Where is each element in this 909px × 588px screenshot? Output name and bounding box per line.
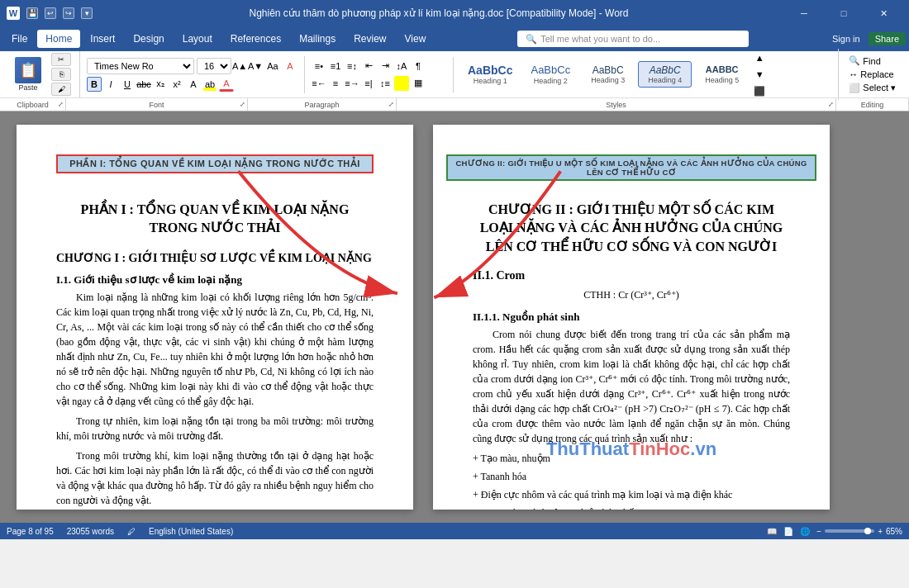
customize-button[interactable]: ▾ xyxy=(81,7,93,19)
cut-button[interactable]: ✂ xyxy=(51,53,71,66)
copy-button[interactable]: ⎘ xyxy=(51,68,71,81)
clipboard-label[interactable]: Clipboard ⤢ xyxy=(0,98,66,111)
style-heading5[interactable]: AABBC Heading 5 xyxy=(695,61,749,87)
format-painter-button[interactable]: 🖌 xyxy=(51,83,71,96)
style-heading4[interactable]: AaBbC Heading 4 xyxy=(638,61,692,88)
multilevel-list-button[interactable]: ≡↕ xyxy=(345,59,359,74)
menu-mailings[interactable]: Mailings xyxy=(291,30,344,48)
style-heading3[interactable]: AaBbC Heading 3 xyxy=(581,61,635,88)
font-family-select[interactable]: Times New Ro xyxy=(87,58,194,74)
search-icon: 🔍 xyxy=(526,34,537,45)
zoom-out-button[interactable]: − xyxy=(816,527,821,536)
left-chapter-heading: CHƯƠNG I : GIỚI THIỆU SƠ LƯỢC VỀ KIM LOẠ… xyxy=(56,251,374,265)
styles-scroll-down[interactable]: ▼ xyxy=(752,67,767,82)
font-size-select[interactable]: 16 xyxy=(197,58,231,74)
subscript-button[interactable]: x₂ xyxy=(153,77,168,92)
save-button[interactable]: 💾 xyxy=(26,7,38,19)
document-title: Nghiên cứu thăm dò phương pháp xử lí kim… xyxy=(93,7,785,19)
highlight-button[interactable]: ab xyxy=(202,77,217,92)
tell-me-search[interactable]: 🔍 Tell me what you want to do... xyxy=(517,31,749,47)
paragraph-label[interactable]: Paragraph ⤢ xyxy=(248,98,397,111)
numbering-button[interactable]: ≡1 xyxy=(328,59,343,74)
search-bar-area: 🔍 Tell me what you want to do... xyxy=(435,31,830,47)
menu-references[interactable]: References xyxy=(222,30,289,48)
style-heading1-label: Heading 1 xyxy=(474,77,507,85)
paragraph-group: ≡• ≡1 ≡↕ ⇤ ⇥ ↕A ¶ ≡← ≡ ≡→ ≡| ↕≡ ▦ xyxy=(305,57,454,92)
italic-button[interactable]: I xyxy=(103,77,118,92)
view-web-icon[interactable]: 🌐 xyxy=(800,527,810,536)
style-heading1[interactable]: AaBbCc Heading 1 xyxy=(460,60,520,89)
bullets-button[interactable]: ≡• xyxy=(312,59,326,74)
document-area: PHẦN I: TỔNG QUAN VỀ KIM LOẠI NẶNG TRONG… xyxy=(0,111,909,523)
increase-font-button[interactable]: A▲ xyxy=(232,59,247,74)
menu-layout[interactable]: Layout xyxy=(174,30,221,48)
right-para1: Crom nói chung được biết đến trong trang… xyxy=(473,327,790,446)
minimize-button[interactable]: ─ xyxy=(785,0,823,26)
font-color-highlight-button[interactable]: A xyxy=(283,59,297,74)
align-right-button[interactable]: ≡→ xyxy=(345,76,359,91)
menu-home[interactable]: Home xyxy=(37,30,80,48)
zoom-slider[interactable] xyxy=(825,529,874,533)
styles-expand[interactable]: ⬛ xyxy=(752,83,767,98)
view-read-icon[interactable]: 📖 xyxy=(767,527,777,536)
font-group: Times New Ro 16 A▲ A▼ Aa A B I U abc x₂ … xyxy=(80,56,305,93)
share-button[interactable]: Share xyxy=(869,32,906,45)
select-button[interactable]: ⬜ Select ▾ xyxy=(845,82,899,94)
font-color-button[interactable]: A xyxy=(219,77,234,92)
maximize-button[interactable]: □ xyxy=(825,0,863,26)
increase-indent-button[interactable]: ⇥ xyxy=(378,59,393,74)
style-heading2-preview: AaBbCc xyxy=(531,64,570,77)
redo-button[interactable]: ↪ xyxy=(63,7,74,19)
shading-button[interactable] xyxy=(394,76,409,91)
zoom-in-button[interactable]: + xyxy=(878,527,883,536)
align-left-button[interactable]: ≡← xyxy=(312,76,326,91)
font-row1: Times New Ro 16 A▲ A▼ Aa A xyxy=(87,58,297,74)
close-button[interactable]: ✕ xyxy=(864,0,902,26)
sort-button[interactable]: ↕A xyxy=(394,59,409,74)
justify-button[interactable]: ≡| xyxy=(361,76,376,91)
styles-scroll-up[interactable]: ▲ xyxy=(752,50,767,65)
undo-button[interactable]: ↩ xyxy=(45,7,56,19)
right-formula: CTHH : Cr (Cr³⁺, Cr⁶⁺) xyxy=(473,287,790,302)
menu-insert[interactable]: Insert xyxy=(82,30,123,48)
style-heading2[interactable]: AaBbCc Heading 2 xyxy=(523,60,578,88)
replace-label: Replace xyxy=(860,69,893,79)
bold-button[interactable]: B xyxy=(87,77,102,92)
strikethrough-button[interactable]: abc xyxy=(136,77,151,92)
decrease-font-button[interactable]: A▼ xyxy=(248,59,263,74)
decrease-indent-button[interactable]: ⇤ xyxy=(361,59,376,74)
paste-button[interactable]: 📋 Paste xyxy=(8,51,48,97)
view-print-icon[interactable]: 📄 xyxy=(783,527,793,536)
select-label: Select ▾ xyxy=(863,83,896,93)
para-row1: ≡• ≡1 ≡↕ ⇤ ⇥ ↕A ¶ xyxy=(312,59,446,74)
menu-review[interactable]: Review xyxy=(345,30,394,48)
ribbon-labels: Clipboard ⤢ Font ⤢ Paragraph ⤢ Styles ⤢ … xyxy=(0,97,909,111)
menu-bar: File Home Insert Design Layout Reference… xyxy=(0,26,909,51)
menu-view[interactable]: View xyxy=(397,30,435,48)
menu-file[interactable]: File xyxy=(3,30,36,48)
styles-label[interactable]: Styles ⤢ xyxy=(397,98,836,111)
right-highlight-box: CHƯƠNG II: GIỚI THIỆU U MỘT SỐ KIM LOẠI … xyxy=(446,154,816,181)
find-button[interactable]: 🔍 Find xyxy=(845,55,899,67)
underline-button[interactable]: U xyxy=(120,77,135,92)
title-bar: W 💾 ↩ ↪ ▾ Nghiên cứu thăm dò phương pháp… xyxy=(0,0,909,26)
line-spacing-button[interactable]: ↕≡ xyxy=(378,76,393,91)
borders-button[interactable]: ▦ xyxy=(411,76,426,91)
replace-button[interactable]: ↔ Replace xyxy=(845,69,899,80)
align-center-button[interactable]: ≡ xyxy=(328,76,343,91)
right-bullet4: + Trong các ngành công nghiệp hóa chất xyxy=(473,505,790,510)
superscript-button[interactable]: x² xyxy=(169,77,184,92)
show-hide-button[interactable]: ¶ xyxy=(411,59,426,74)
signin-link[interactable]: Sign in xyxy=(832,34,860,44)
text-effects-button[interactable]: A xyxy=(186,77,201,92)
change-case-button[interactable]: Aa xyxy=(265,59,280,74)
menu-design[interactable]: Design xyxy=(125,30,172,48)
right-section2: II.1.1. Nguồn phát sinh xyxy=(473,311,790,324)
style-heading4-preview: AaBbC xyxy=(650,64,681,76)
right-page-heading1: CHƯƠNG II : GIỚI THIỆU MỘT SỐ CÁC KIM LO… xyxy=(473,201,790,256)
style-heading5-preview: AABBC xyxy=(706,64,739,75)
editing-label[interactable]: Editing xyxy=(836,98,909,111)
font-label[interactable]: Font ⤢ xyxy=(66,98,248,111)
clipboard-group: 📋 Paste ✂ ⎘ 🖌 xyxy=(3,51,80,97)
language: English (United States) xyxy=(149,527,233,536)
